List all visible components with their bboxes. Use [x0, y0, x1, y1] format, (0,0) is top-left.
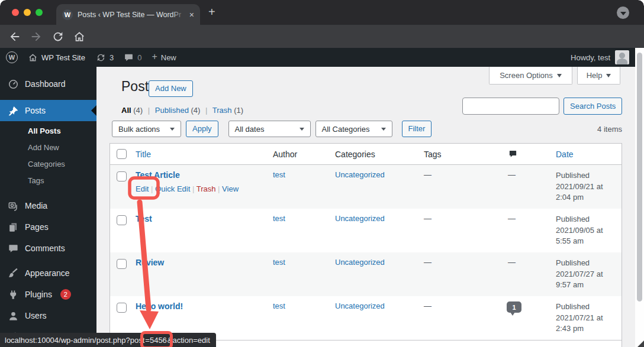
row-checkbox[interactable]: [117, 215, 127, 225]
sidebar-item-dashboard[interactable]: Dashboard: [0, 73, 96, 95]
category-link[interactable]: Uncategorized: [335, 258, 424, 267]
scrollbar-thumb[interactable]: [637, 53, 642, 301]
screen-options-button[interactable]: Screen Options: [489, 67, 572, 85]
media-icon: [8, 200, 19, 212]
paintbrush-icon: [8, 268, 19, 279]
window-resize-corner[interactable]: [637, 340, 644, 347]
filter-button[interactable]: Filter: [402, 121, 432, 137]
sidebar-item-media[interactable]: Media: [0, 195, 96, 216]
wp-admin-menu: Dashboard Posts All Posts Add New Catego…: [0, 67, 96, 347]
wordpress-favicon-icon: W: [62, 9, 73, 20]
items-count: 4 items: [597, 125, 622, 134]
chevron-down-icon: [381, 128, 386, 131]
date-cell: Published 2021/07/21 at 2:43 pm: [556, 301, 622, 335]
posts-table: Title Author Categories Tags Date Test A…: [110, 143, 622, 347]
apply-button[interactable]: Apply: [186, 121, 218, 137]
date-cell: Published 2021/09/05 at 5:55 am: [556, 214, 622, 247]
category-link[interactable]: Uncategorized: [335, 170, 424, 179]
browser-tab[interactable]: W Posts ‹ WP Test Site — WordPr ×: [56, 4, 200, 25]
browser-toolbar: localhost:10004/wp-admin/edit.php?post_t…: [0, 25, 644, 48]
column-header-title[interactable]: Title: [136, 150, 273, 159]
close-window-button[interactable]: [12, 9, 19, 16]
post-status-views: All (4) | Published (4) | Trash (1): [121, 106, 243, 115]
dashboard-gauge-icon: [8, 79, 19, 90]
submenu-tags[interactable]: Tags: [0, 173, 96, 189]
plugin-icon: [8, 289, 19, 300]
table-row: Test Article Edit | Quick Edit | Trash |…: [110, 165, 622, 209]
forward-arrow-icon: [30, 30, 43, 43]
submenu-add-new[interactable]: Add New: [0, 140, 96, 156]
sidebar-item-plugins[interactable]: Plugins 2: [0, 284, 96, 305]
back-button[interactable]: [8, 30, 21, 43]
edit-link[interactable]: Edit: [136, 184, 149, 193]
table-toolbar: Bulk actions Apply All dates All Categor…: [112, 121, 432, 137]
author-link[interactable]: test: [273, 170, 335, 179]
sidebar-item-appearance[interactable]: Appearance: [0, 262, 96, 284]
select-all-checkbox[interactable]: [117, 149, 127, 159]
column-header-categories: Categories: [335, 150, 424, 159]
home-button[interactable]: [73, 30, 86, 43]
sidebar-item-comments[interactable]: Comments: [0, 238, 96, 259]
admin-bar-new[interactable]: + New: [152, 53, 176, 62]
forward-button[interactable]: [30, 30, 43, 43]
author-link[interactable]: test: [273, 258, 335, 267]
page-scrollbar[interactable]: [635, 48, 644, 347]
categories-filter-select[interactable]: All Categories: [315, 121, 392, 137]
wordpress-logo-icon[interactable]: W: [6, 51, 18, 63]
trash-link[interactable]: Trash: [197, 184, 216, 193]
chevron-down-icon: [300, 128, 304, 131]
row-checkbox[interactable]: [117, 259, 127, 269]
sidebar-item-pages[interactable]: Pages: [0, 216, 96, 238]
search-posts-button[interactable]: Search Posts: [564, 98, 622, 115]
submenu-categories[interactable]: Categories: [0, 156, 96, 173]
minimize-window-button[interactable]: [24, 9, 31, 16]
sidebar-item-users[interactable]: Users: [0, 305, 96, 326]
view-link[interactable]: View: [222, 184, 239, 193]
tab-search-button[interactable]: [617, 7, 629, 19]
category-link[interactable]: Uncategorized: [335, 301, 424, 310]
reload-button[interactable]: [51, 30, 65, 43]
admin-bar-comments[interactable]: 0: [124, 53, 141, 63]
category-link[interactable]: Uncategorized: [335, 214, 424, 223]
dates-filter-select[interactable]: All dates: [228, 121, 311, 137]
pages-icon: [8, 222, 19, 233]
submenu-all-posts[interactable]: All Posts: [0, 123, 96, 140]
chevron-down-icon: [620, 12, 626, 15]
column-header-date[interactable]: Date: [556, 150, 622, 159]
sidebar-item-posts[interactable]: Posts: [0, 100, 96, 121]
admin-bar-account[interactable]: Howdy, test: [571, 50, 629, 64]
author-link[interactable]: test: [273, 301, 335, 310]
view-all-link[interactable]: All: [121, 106, 131, 115]
help-button[interactable]: Help: [577, 67, 620, 85]
row-checkbox[interactable]: [117, 303, 127, 313]
row-actions: Edit | Quick Edit | Trash | View: [136, 184, 273, 193]
zoom-window-button[interactable]: [36, 9, 43, 16]
bulk-actions-select[interactable]: Bulk actions: [112, 121, 181, 137]
post-title-link[interactable]: Review: [136, 258, 164, 267]
column-header-author: Author: [273, 150, 335, 159]
add-new-button[interactable]: Add New: [149, 80, 193, 97]
post-title-link[interactable]: Test: [136, 214, 152, 223]
author-link[interactable]: test: [273, 214, 335, 223]
chevron-down-icon: [170, 128, 175, 131]
window-controls: [12, 9, 43, 16]
view-trash-link[interactable]: Trash: [212, 106, 232, 115]
admin-bar-site-name[interactable]: WP Test Site: [28, 53, 85, 63]
new-tab-button[interactable]: +: [208, 7, 215, 18]
table-row: Review test Uncategorized — — Published …: [110, 252, 622, 296]
post-title-link[interactable]: Hello world!: [136, 301, 183, 311]
search-input[interactable]: [462, 98, 559, 115]
admin-bar-updates[interactable]: 3: [96, 53, 114, 63]
tab-close-icon[interactable]: ×: [189, 11, 194, 19]
date-cell: Published 2021/07/27 at 9:57 am: [556, 258, 622, 291]
post-title-link[interactable]: Test Article: [136, 170, 180, 180]
browser-window: W Posts ‹ WP Test Site — WordPr × + loca…: [0, 0, 644, 347]
quick-edit-link[interactable]: Quick Edit: [155, 184, 190, 193]
user-avatar: [615, 50, 629, 64]
reload-icon: [51, 30, 65, 43]
view-published-link[interactable]: Published: [155, 106, 189, 115]
plus-icon: +: [152, 51, 157, 62]
row-checkbox[interactable]: [117, 171, 127, 181]
comments-bubble-icon: [8, 243, 19, 254]
comment-count-badge[interactable]: 1: [507, 301, 521, 313]
